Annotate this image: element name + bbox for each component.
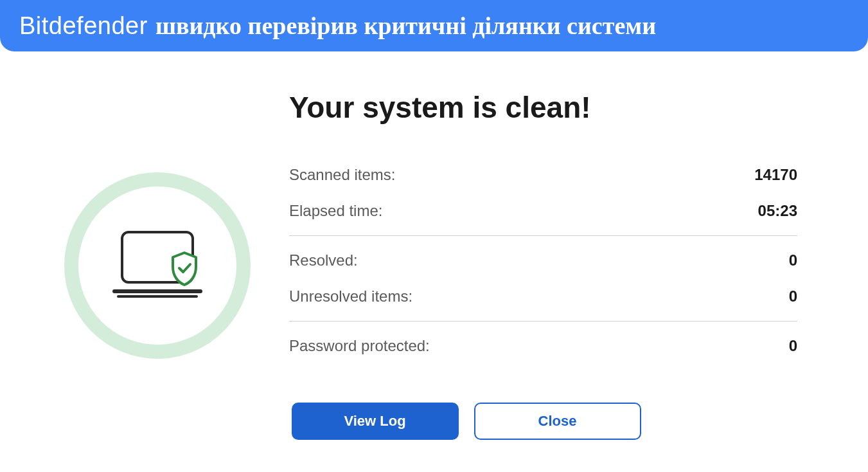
stat-value: 05:23 [758, 202, 797, 220]
stat-label: Password protected: [289, 337, 430, 355]
stat-label: Scanned items: [289, 166, 395, 184]
stat-elapsed-time: Elapsed time: 05:23 [289, 193, 797, 229]
divider [289, 235, 797, 236]
scan-result-content: Your system is clean! Scanned items: 141… [0, 51, 868, 377]
status-ring [64, 172, 251, 359]
stat-value: 0 [789, 337, 797, 355]
stat-label: Resolved: [289, 251, 358, 269]
action-buttons: View Log Close [0, 403, 868, 440]
scan-details: Your system is clean! Scanned items: 141… [289, 90, 836, 364]
close-button[interactable]: Close [474, 403, 641, 440]
stat-value: 0 [789, 287, 797, 305]
laptop-shield-icon [109, 227, 206, 304]
stat-unresolved: Unresolved items: 0 [289, 278, 797, 314]
caption-text: швидко перевірив критичні ділянки систем… [155, 12, 656, 40]
status-icon-column [64, 90, 251, 364]
brand-name: Bitdefender [19, 12, 148, 40]
stat-scanned-items: Scanned items: 14170 [289, 157, 797, 193]
stat-label: Elapsed time: [289, 202, 382, 220]
stat-resolved: Resolved: 0 [289, 242, 797, 278]
stat-label: Unresolved items: [289, 287, 412, 305]
divider [289, 321, 797, 322]
stat-value: 0 [789, 251, 797, 269]
view-log-button[interactable]: View Log [292, 403, 459, 440]
result-heading: Your system is clean! [289, 90, 797, 125]
stat-password-protected: Password protected: 0 [289, 328, 797, 364]
stat-value: 14170 [754, 166, 797, 184]
caption-banner: Bitdefender швидко перевірив критичні ді… [0, 0, 868, 51]
